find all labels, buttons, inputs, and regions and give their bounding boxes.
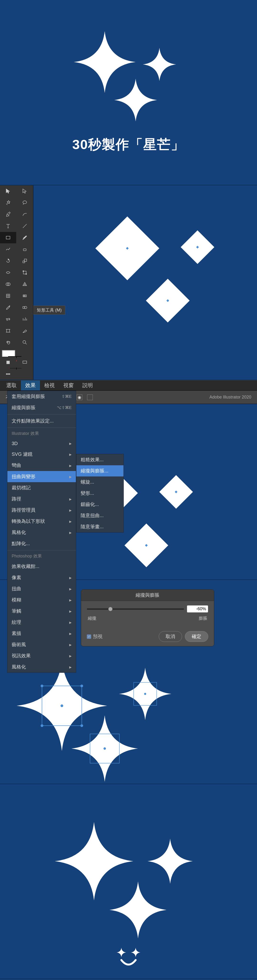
free-transform-tool[interactable] [17,267,33,278]
svg-point-19 [8,374,8,374]
diamond-large[interactable] [96,216,160,280]
sparkle-small-icon [143,48,176,81]
diamond-small [159,475,193,509]
sparkle-medium-icon [114,79,157,121]
rotate-tool[interactable] [0,255,16,267]
dropdown-texture[interactable]: 紋理▸ [7,617,76,628]
menu-select[interactable]: 選取 [2,380,21,390]
appearance-icon[interactable]: ◉ [77,395,82,400]
dropdown-sketch[interactable]: 素描▸ [7,628,76,639]
dropdown-svg[interactable]: SVG 濾鏡▸ [7,449,76,460]
submenu-zigzag[interactable]: 鋸齒化... [77,499,123,510]
selection-tool[interactable] [0,185,16,197]
blend-tool[interactable] [17,302,33,313]
svg-point-18 [6,374,7,374]
edit-toolbar[interactable] [0,368,16,380]
svg-point-6 [23,270,24,272]
diamond-medium[interactable] [146,279,190,323]
dropdown-path[interactable]: 路徑▸ [7,493,76,504]
dropdown-brush-strokes[interactable]: 筆觸▸ [7,606,76,617]
svg-rect-11 [23,295,26,297]
canvas[interactable] [34,185,257,380]
step2-section: 矩形工具 (M) [0,185,257,380]
dropdown-video[interactable]: 視訊效果▸ [7,650,76,661]
dropdown-warp[interactable]: 彎曲▸ [7,460,76,471]
value-input[interactable] [187,605,208,612]
submenu-roughen[interactable]: 粗糙效果... [77,454,123,465]
type-tool[interactable] [0,220,16,232]
scale-tool[interactable] [17,255,33,267]
dropdown-apply-last[interactable]: 套用縮攏與膨脹⇧⌘E [7,391,76,402]
ok-button[interactable]: 確定 [185,631,208,642]
diamond-medium [125,523,168,567]
symbol-spray-tool[interactable] [0,313,16,325]
star-small [119,668,171,720]
dropdown-doc-raster[interactable]: 文件點陣效果設定... [7,415,76,426]
rectangle-tool[interactable] [0,232,16,243]
dropdown-pathfinder[interactable]: 路徑管理員▸ [7,504,76,515]
submenu-transform[interactable]: 變形... [77,488,123,499]
magic-wand-tool[interactable] [0,197,16,208]
effect-dropdown: 套用縮攏與膨脹⇧⌘E 縮攏與膨脹⌥⇧⌘E 文件點陣效果設定... Illustr… [7,391,76,673]
brush-tool[interactable] [17,232,33,243]
artboard-tool[interactable] [0,325,16,336]
dropdown-blur[interactable]: 模糊▸ [7,594,76,606]
menu-help[interactable]: 説明 [78,380,97,390]
screen-mode[interactable] [17,357,33,368]
gradient-tool[interactable] [17,290,33,302]
dialog-title: 縮攏與膨脹 [81,590,214,601]
shape-builder-tool[interactable] [0,278,16,290]
eraser-tool[interactable] [17,243,33,255]
diamond-small[interactable] [180,230,214,264]
submenu-twist[interactable]: 螺旋... [77,476,123,488]
direct-selection-tool[interactable] [17,185,33,197]
dropdown-stylize-ps[interactable]: 風格化▸ [7,661,76,673]
preview-checkbox[interactable]: ✓ 預視 [87,633,102,640]
svg-rect-3 [23,261,25,263]
curvature-tool[interactable] [17,208,33,220]
eyedropper-tool[interactable] [0,302,16,313]
final-star-small [148,838,193,884]
svg-rect-14 [7,329,10,332]
submenu-pucker-bloat[interactable]: 縮攏與膨脹... [77,465,123,476]
dropdown-convert-shape[interactable]: 轉換為以下形狀▸ [7,515,76,527]
dropdown-gallery[interactable]: 效果收藏館... [7,561,76,572]
menu-window[interactable]: 視窗 [59,380,78,390]
dropdown-artistic[interactable]: 藝術風▸ [7,639,76,650]
dropdown-distort-transform[interactable]: 扭曲與變形▸ [7,471,76,482]
final-star-medium [110,881,167,939]
color-swatches[interactable] [0,348,33,357]
slider[interactable] [87,608,184,610]
tool-tooltip: 矩形工具 (M) [34,305,65,315]
dropdown-rasterize[interactable]: 點陣化... [7,538,76,549]
shaper-tool[interactable] [0,243,16,255]
dropdown-pixelate[interactable]: 像素▸ [7,572,76,583]
dropdown-crop-marks[interactable]: 裁切標記 [7,482,76,493]
pen-tool[interactable] [0,208,16,220]
graph-tool[interactable] [17,313,33,325]
align-icon[interactable] [87,395,93,400]
submenu-scribble[interactable]: 隨意筆畫... [77,521,123,532]
svg-point-22 [41,685,43,687]
cancel-button[interactable]: 取消 [159,631,182,642]
menubar: 選取 效果 檢視 視窗 説明 [0,380,257,391]
distort-submenu: 粗糙效果... 縮攏與膨脹... 螺旋... 變形... 鋸齒化... 隨意扭曲… [76,454,124,533]
draw-mode[interactable] [0,357,16,368]
menu-effect[interactable]: 效果 [21,380,40,390]
hand-tool[interactable] [0,337,16,348]
slice-tool[interactable] [17,325,33,336]
width-tool[interactable] [0,267,16,278]
dropdown-distort-ps[interactable]: 扭曲▸ [7,583,76,594]
line-tool[interactable] [17,220,33,232]
dropdown-3d[interactable]: 3D▸ [7,438,76,449]
mesh-tool[interactable] [0,290,16,302]
smiley-icon [110,945,148,969]
dropdown-stylize[interactable]: 風格化▸ [7,527,76,538]
perspective-tool[interactable] [17,278,33,290]
slider-knob[interactable] [108,607,113,611]
menu-view[interactable]: 檢視 [40,380,59,390]
dropdown-last-effect[interactable]: 縮攏與膨脹⌥⇧⌘E [7,402,76,413]
submenu-free-distort[interactable]: 隨意扭曲... [77,510,123,521]
zoom-tool[interactable] [17,337,33,348]
lasso-tool[interactable] [17,197,33,208]
